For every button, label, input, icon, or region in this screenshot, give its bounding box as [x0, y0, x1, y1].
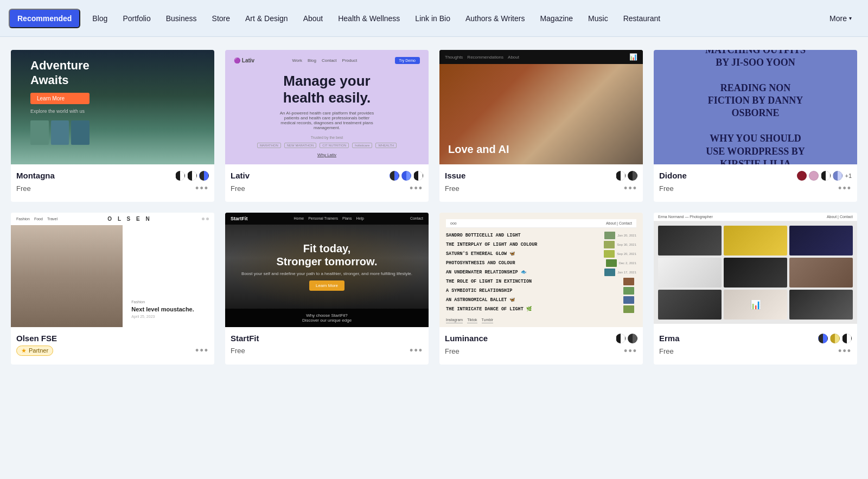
color-swatch[interactable]	[818, 334, 828, 343]
nav-item-portfolio[interactable]: Portfolio	[115, 10, 158, 27]
card-info-didone: Didone +1 Free •••	[654, 164, 857, 202]
color-swatch[interactable]	[628, 334, 637, 343]
nav-item-business[interactable]: Business	[158, 10, 205, 27]
card-colors-didone: +1	[797, 171, 852, 181]
color-swatch[interactable]	[809, 171, 819, 181]
card-colors-lativ	[390, 171, 423, 181]
card-price-montagna: Free	[16, 184, 31, 193]
color-swatch[interactable]	[401, 171, 411, 181]
nav-bar: Recommended Blog Portfolio Business Stor…	[0, 0, 868, 37]
card-price-startfit: Free	[231, 347, 245, 355]
card-lativ[interactable]: 🟣 Lativ WorkBlogContactProduct Try Demo …	[225, 50, 429, 202]
color-swatch[interactable]	[797, 171, 807, 181]
color-swatch[interactable]	[830, 334, 840, 343]
nav-item-link-in-bio[interactable]: Link in Bio	[407, 10, 458, 27]
card-thumb-erma: Erma Normand — PhotographerAbout | Conta…	[654, 213, 857, 327]
partner-label: Partner	[29, 347, 48, 354]
theme-grid: MONTAGNA AdventureAwaits Learn More Expl…	[0, 37, 868, 378]
card-thumb-lativ: 🟣 Lativ WorkBlogContactProduct Try Demo …	[225, 50, 429, 164]
color-swatch[interactable]	[616, 334, 626, 343]
card-options-issue[interactable]: •••	[624, 183, 637, 194]
card-thumb-olsen: FashionFoodTravel O L S E N Fashion Next…	[11, 213, 214, 327]
card-colors-luminance	[616, 334, 637, 343]
nav-item-restaurant[interactable]: Restaurant	[616, 10, 668, 27]
nav-item-store[interactable]: Store	[205, 10, 238, 27]
card-startfit[interactable]: StartFit HomePersonal TrainersPlansHelp …	[225, 213, 429, 365]
card-info-startfit: StartFit Free •••	[225, 327, 429, 364]
card-name-luminance: Luminance	[445, 334, 488, 343]
color-swatch[interactable]	[413, 171, 423, 181]
card-name-startfit: StartFit	[231, 334, 259, 343]
star-icon: ★	[21, 347, 27, 354]
card-price-lativ: Free	[231, 184, 245, 193]
color-swatch[interactable]	[833, 171, 843, 181]
card-name-issue: Issue	[445, 171, 465, 180]
card-options-startfit[interactable]: •••	[410, 345, 423, 356]
card-info-issue: Issue Free •••	[439, 164, 643, 202]
card-info-montagna: Montagna Free •••	[11, 164, 214, 202]
nav-item-about[interactable]: About	[296, 10, 331, 27]
card-thumb-montagna: MONTAGNA AdventureAwaits Learn More Expl…	[11, 50, 214, 164]
card-name-lativ: Lativ	[231, 171, 250, 180]
card-price-erma: Free	[659, 347, 674, 355]
card-thumb-luminance: oooAbout | Contact SANDRO BOTTICELLI AND…	[439, 213, 643, 327]
color-swatch[interactable]	[616, 171, 626, 181]
card-colors-montagna	[175, 171, 209, 181]
color-swatch[interactable]	[390, 171, 399, 181]
card-colors-erma	[818, 334, 852, 343]
nav-item-music[interactable]: Music	[580, 10, 616, 27]
card-price-luminance: Free	[445, 347, 459, 355]
color-swatch[interactable]	[187, 171, 197, 181]
card-price-didone: Free	[659, 184, 674, 193]
card-options-lativ[interactable]: •••	[410, 183, 423, 194]
card-thumb-startfit: StartFit HomePersonal TrainersPlansHelp …	[225, 213, 429, 327]
card-olsen-fse[interactable]: FashionFoodTravel O L S E N Fashion Next…	[11, 213, 214, 365]
card-erma[interactable]: Erma Normand — PhotographerAbout | Conta…	[654, 213, 857, 365]
card-options-olsen[interactable]: •••	[195, 345, 209, 356]
nav-item-health-wellness[interactable]: Health & Wellness	[330, 10, 407, 27]
card-options-montagna[interactable]: •••	[195, 183, 209, 194]
card-options-luminance[interactable]: •••	[624, 346, 637, 357]
color-swatch[interactable]	[199, 171, 209, 181]
nav-item-magazine[interactable]: Magazine	[532, 10, 580, 27]
color-swatch[interactable]	[821, 171, 831, 181]
color-extra-count: +1	[845, 173, 852, 179]
card-options-erma[interactable]: •••	[838, 346, 852, 357]
card-issue[interactable]: Thoughts Recommendations About 📊 Love an…	[439, 50, 643, 202]
nav-recommended-button[interactable]: Recommended	[9, 9, 80, 28]
card-luminance[interactable]: oooAbout | Contact SANDRO BOTTICELLI AND…	[439, 213, 643, 365]
card-name-didone: Didone	[659, 171, 687, 180]
nav-item-art-design[interactable]: Art & Design	[238, 10, 296, 27]
card-colors-issue	[616, 171, 637, 181]
more-label: More	[829, 14, 847, 23]
nav-item-authors-writers[interactable]: Authors & Writers	[458, 10, 532, 27]
card-thumb-didone: Matching Outfitsby Ji-Soo YoonReading No…	[654, 50, 857, 164]
card-info-erma: Erma Free •••	[654, 327, 857, 365]
card-info-lativ: Lativ Free •••	[225, 164, 429, 202]
card-montagna[interactable]: MONTAGNA AdventureAwaits Learn More Expl…	[11, 50, 214, 202]
chevron-down-icon: ▾	[849, 15, 852, 21]
nav-more-button[interactable]: More ▾	[822, 10, 859, 27]
partner-badge: ★ Partner	[16, 346, 53, 356]
card-options-didone[interactable]: •••	[838, 183, 852, 194]
color-swatch[interactable]	[628, 171, 637, 181]
card-didone[interactable]: Matching Outfitsby Ji-Soo YoonReading No…	[654, 50, 857, 202]
card-price-issue: Free	[445, 184, 459, 193]
color-swatch[interactable]	[175, 171, 185, 181]
color-swatch[interactable]	[842, 334, 852, 343]
card-name-olsen: Olsen FSE	[16, 334, 57, 343]
card-info-olsen: Olsen FSE ★ Partner •••	[11, 327, 214, 364]
nav-item-blog[interactable]: Blog	[85, 10, 115, 27]
card-name-montagna: Montagna	[16, 171, 55, 180]
card-info-luminance: Luminance Free •••	[439, 327, 643, 365]
card-thumb-issue: Thoughts Recommendations About 📊 Love an…	[439, 50, 643, 164]
card-name-erma: Erma	[659, 334, 680, 343]
